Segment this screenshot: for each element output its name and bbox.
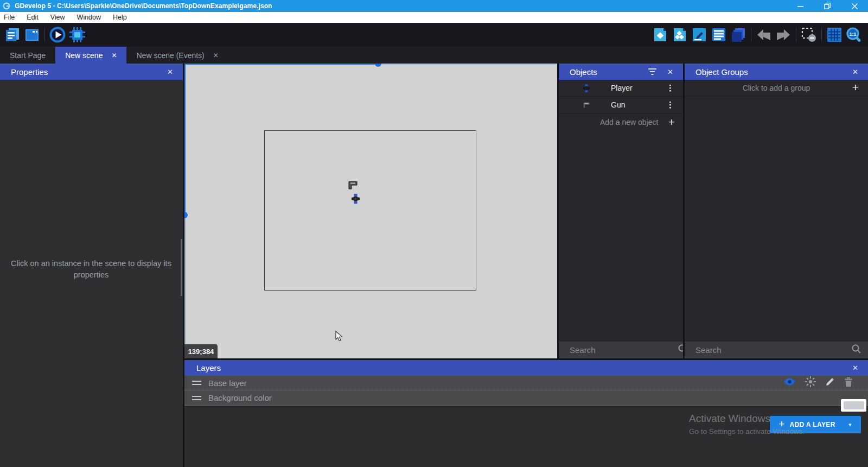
close-panel-icon[interactable]: ✕ [849,363,861,373]
tab-new-scene-events[interactable]: New scene (Events) ✕ [126,47,228,64]
layer-name: Background color [208,393,860,402]
scrollbar-handle[interactable] [184,212,188,218]
close-panel-icon[interactable]: ✕ [849,67,861,77]
gdevelop-window: GDevelop 5 - C:\Users\Sparkle\OneDrive\D… [0,0,868,467]
objects-search-input[interactable] [570,345,678,355]
panel-divider[interactable] [683,64,685,358]
close-tab-icon[interactable]: ✕ [213,52,219,59]
menu-edit[interactable]: Edit [21,12,44,23]
close-panel-icon[interactable]: ✕ [664,67,676,77]
filter-icon[interactable] [648,67,656,77]
menu-help[interactable]: Help [107,12,133,23]
project-manager-button[interactable] [3,25,22,45]
add-object-button[interactable] [650,25,670,45]
undo-icon [756,28,772,42]
canvas-scrollbar-vertical[interactable] [184,64,186,215]
menu-file[interactable]: File [0,12,21,23]
title-bar: GDevelop 5 - C:\Users\Sparkle\OneDrive\D… [0,0,868,12]
effects-icon[interactable] [805,376,816,389]
chevron-down-icon[interactable]: ▼ [848,422,852,427]
panel-divider[interactable] [557,64,559,358]
object-name: Player [611,84,664,92]
redo-button[interactable] [774,25,793,45]
layer-name: Base layer [208,378,783,388]
objects-search-bar [559,342,683,358]
add-object-group-button[interactable] [670,25,690,45]
edit-pencil-icon [692,27,707,42]
zoom-1-1-button[interactable]: 1:1 [844,25,864,45]
layer-row-base[interactable]: Base layer [184,376,868,390]
edit-pencil-icon[interactable] [825,377,835,389]
plus-icon: + [778,418,784,430]
toolbar-separator [796,28,796,42]
undo-button[interactable] [754,25,774,45]
window-title: GDevelop 5 - C:\Users\Sparkle\OneDrive\D… [15,2,272,10]
object-row-player[interactable]: Player ⋮ [559,80,683,97]
player-instance[interactable] [352,194,360,206]
tab-label: New scene (Events) [136,51,204,60]
zoom-1-1-icon: 1:1 [846,27,862,43]
object-groups-panel-title: Object Groups [695,67,849,77]
minimize-icon [797,3,803,9]
object-menu-icon[interactable]: ⋮ [664,100,676,110]
objects-panel-header: Objects ✕ [559,64,683,80]
scene-window-bounds [264,130,476,291]
object-groups-search-input[interactable] [695,345,851,355]
add-group-row[interactable]: Click to add a group + [685,80,868,96]
add-object-group-icon [672,27,687,42]
properties-empty-message: Click on an instance in the scene to dis… [10,258,173,281]
gun-instance[interactable] [348,180,358,192]
object-row-gun[interactable]: Gun ⋮ [559,97,683,113]
close-panel-icon[interactable]: ✕ [164,67,176,77]
tab-new-scene[interactable]: New scene ✕ [55,47,126,64]
open-layers-button[interactable] [729,25,748,45]
play-button[interactable] [48,25,67,45]
layers-panel-title: Layers [196,363,849,373]
debugger-icon [68,27,86,43]
scene-properties-button[interactable] [709,25,729,45]
canvas-scrollbar-vertical[interactable] [184,215,186,358]
drag-handle-icon[interactable] [192,396,201,400]
plus-icon[interactable]: + [851,81,860,93]
object-name: Gun [611,100,664,109]
scrollbar-handle[interactable] [375,64,381,67]
layers-icon [730,27,746,43]
edit-scene-button[interactable] [690,25,709,45]
play-icon [49,26,66,43]
object-menu-icon[interactable]: ⋮ [664,83,676,93]
debugger-button[interactable] [67,25,87,45]
mask-button[interactable] [799,25,819,45]
restore-button[interactable] [814,0,841,12]
properties-panel: Properties ✕ Click on an instance in the… [0,64,183,467]
properties-scrollbar[interactable] [181,239,182,296]
menu-view[interactable]: View [44,12,71,23]
canvas-scrollbar-horizontal[interactable] [184,64,378,65]
add-layer-button[interactable]: + ADD A LAYER ▼ [770,416,861,433]
tab-bar: Start Page New scene ✕ New scene (Events… [0,47,868,64]
background-color-swatch[interactable] [841,399,866,412]
add-layer-label: ADD A LAYER [789,421,835,428]
mouse-cursor-icon [335,331,343,344]
minimize-button[interactable] [787,0,814,12]
canvas-scrollbar-horizontal[interactable] [378,64,557,65]
add-object-row[interactable]: Add a new object + [559,113,683,130]
layer-row-background-color[interactable]: Background color [184,390,868,406]
drag-handle-icon[interactable] [192,381,201,385]
project-manager-icon [4,27,21,42]
grid-button[interactable] [825,25,844,45]
close-button[interactable] [841,0,868,12]
close-tab-icon[interactable]: ✕ [111,52,117,59]
properties-panel-header: Properties ✕ [0,64,183,80]
add-group-label: Click to add a group [743,84,810,92]
start-page-button[interactable] [22,25,42,45]
plus-icon[interactable]: + [667,116,676,128]
menu-window[interactable]: Window [71,12,107,23]
layers-panel: Layers ✕ Base layer [184,360,868,467]
visibility-eye-icon[interactable] [783,377,796,388]
tab-start-page[interactable]: Start Page [0,47,55,64]
trash-icon[interactable] [844,377,853,389]
toolbar-separator [751,28,751,42]
object-groups-panel-header: Object Groups ✕ [685,64,868,80]
toolbar-separator [821,28,822,42]
scene-editor-canvas[interactable]: 139;384 [184,64,557,358]
